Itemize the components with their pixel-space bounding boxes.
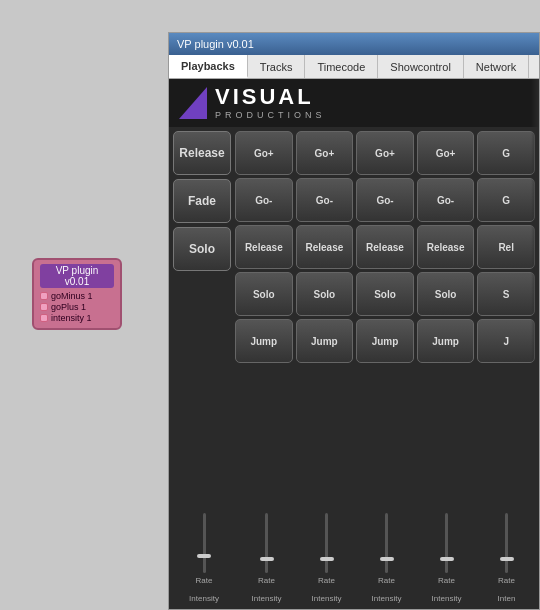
tab-tracks[interactable]: Tracks [248,55,306,78]
logo-triangle-icon [179,87,207,119]
window-title: VP plugin v0.01 [177,38,254,50]
action-column: Release Fade Solo [173,131,231,367]
fader-track-ch1[interactable] [265,513,268,573]
fader-thumb-ch4[interactable] [440,557,454,561]
plugin-content: VISUAL PRODUCTIONS Release Fade Solo Go+… [169,79,539,609]
node-dot-1 [40,292,48,300]
intensity-labels-row: Intensity Intensity Intensity Intensity … [169,585,539,609]
fader-rate-ch1: Rate [258,576,275,585]
node-item-1: goMinus 1 [40,291,114,301]
faders-section: Rate Rate Rate [169,494,539,609]
ch1-gominus[interactable]: Go- [235,178,293,222]
row-go-minus: Go- Go- Go- Go- G [235,178,535,222]
title-bar: VP plugin v0.01 [169,33,539,55]
ch4-jump[interactable]: Jump [417,319,475,363]
fader-thumb-ch3[interactable] [380,557,394,561]
fade-button[interactable]: Fade [173,179,231,223]
logo-area: VISUAL PRODUCTIONS [169,79,539,127]
ch3-gominus[interactable]: Go- [356,178,414,222]
fader-thumb-ch5[interactable] [500,557,514,561]
fader-rate-ch3: Rate [378,576,395,585]
intensity-labels-channels: Intensity Intensity Intensity Intensity … [238,587,535,605]
channel-faders: Rate Rate Rate [238,513,535,585]
row-release: Release Release Release Release Rel [235,225,535,269]
fader-label-left: Rate [196,576,213,585]
intensity-ch4: Intensity [418,587,475,605]
ch1-release[interactable]: Release [235,225,293,269]
ch3-release[interactable]: Release [356,225,414,269]
fader-rate-ch4: Rate [438,576,455,585]
release-button[interactable]: Release [173,131,231,175]
node-label-3: intensity 1 [51,313,92,323]
fader-ch3: Rate [358,513,415,585]
row-go-plus: Go+ Go+ Go+ Go+ G [235,131,535,175]
ch4-goplus[interactable]: Go+ [417,131,475,175]
node-dot-3 [40,314,48,322]
node-title: VP plugin v0.01 [40,264,114,288]
ch4-release[interactable]: Release [417,225,475,269]
fader-track-left[interactable] [203,513,206,573]
ch5-jump[interactable]: J [477,319,535,363]
ch1-jump[interactable]: Jump [235,319,293,363]
ch5-goplus[interactable]: G [477,131,535,175]
logo-text: VISUAL PRODUCTIONS [215,86,326,120]
fader-rate-ch5: Rate [498,576,515,585]
ch2-goplus[interactable]: Go+ [296,131,354,175]
ch2-jump[interactable]: Jump [296,319,354,363]
tab-bar: Playbacks Tracks Timecode Showcontrol Ne… [169,55,539,79]
fader-thumb-left[interactable] [197,554,211,558]
fader-ch1: Rate [238,513,295,585]
fader-ch4: Rate [418,513,475,585]
ch4-solo[interactable]: Solo [417,272,475,316]
fader-track-ch5[interactable] [505,513,508,573]
ch1-solo[interactable]: Solo [235,272,293,316]
row-solo: Solo Solo Solo Solo S [235,272,535,316]
intensity-ch2: Intensity [298,587,355,605]
fader-thumb-ch1[interactable] [260,557,274,561]
intensity-ch1: Intensity [238,587,295,605]
node-item-2: goPlus 1 [40,302,114,312]
tab-network[interactable]: Network [464,55,529,78]
ch2-release[interactable]: Release [296,225,354,269]
controls-area: Release Fade Solo Go+ Go+ Go+ Go+ G [169,127,539,371]
intensity-label-left: Intensity [173,587,235,605]
solo-button[interactable]: Solo [173,227,231,271]
ch5-gominus[interactable]: G [477,178,535,222]
node-label-2: goPlus 1 [51,302,86,312]
row-jump: Jump Jump Jump Jump J [235,319,535,363]
fader-ch2: Rate [298,513,355,585]
fader-left: Rate [173,513,235,585]
intensity-ch5: Inten [478,587,535,605]
channels-grid: Go+ Go+ Go+ Go+ G Go- Go- Go- Go- G Rele… [235,131,535,367]
fader-track-ch4[interactable] [445,513,448,573]
ch3-jump[interactable]: Jump [356,319,414,363]
node-dot-2 [40,303,48,311]
sidebar: VP plugin v0.01 goMinus 1 goPlus 1 inten… [0,0,168,610]
ch5-solo[interactable]: S [477,272,535,316]
node-label-1: goMinus 1 [51,291,93,301]
plugin-window: VP plugin v0.01 Playbacks Tracks Timecod… [168,32,540,610]
ch5-release[interactable]: Rel [477,225,535,269]
ch1-goplus[interactable]: Go+ [235,131,293,175]
tab-showcontrol[interactable]: Showcontrol [378,55,464,78]
ch3-goplus[interactable]: Go+ [356,131,414,175]
intensity-ch3: Intensity [358,587,415,605]
logo-subtitle: PRODUCTIONS [215,110,326,120]
tab-playbacks[interactable]: Playbacks [169,55,248,78]
node-item-3: intensity 1 [40,313,114,323]
fader-ch5: Rate [478,513,535,585]
fader-rate-ch2: Rate [318,576,335,585]
tab-timecode[interactable]: Timecode [305,55,378,78]
vp-node[interactable]: VP plugin v0.01 goMinus 1 goPlus 1 inten… [32,258,122,330]
fader-tracks-row: Rate Rate Rate [169,494,539,585]
logo-brand: VISUAL [215,86,326,108]
ch4-gominus[interactable]: Go- [417,178,475,222]
ch3-solo[interactable]: Solo [356,272,414,316]
ch2-solo[interactable]: Solo [296,272,354,316]
fader-track-ch2[interactable] [325,513,328,573]
fader-thumb-ch2[interactable] [320,557,334,561]
fader-track-ch3[interactable] [385,513,388,573]
ch2-gominus[interactable]: Go- [296,178,354,222]
